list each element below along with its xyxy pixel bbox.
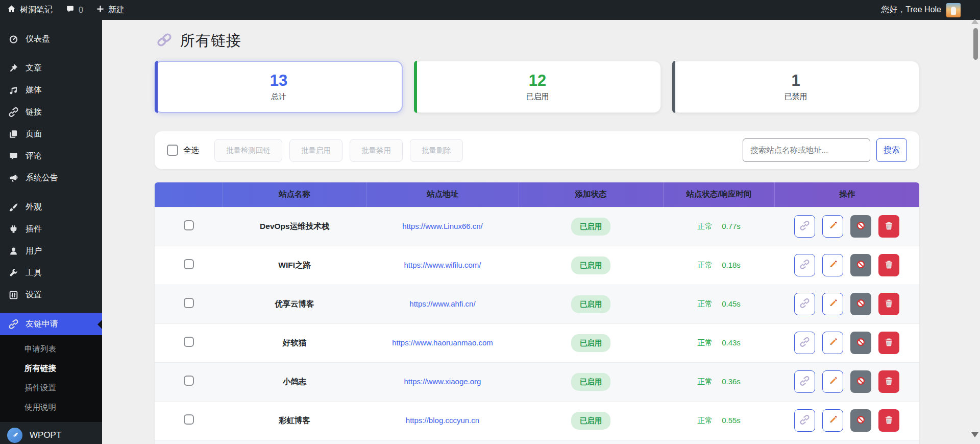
row-delete-button[interactable]: [878, 215, 899, 238]
stat-value: 1: [791, 72, 800, 89]
bulk-button-批量启用[interactable]: 批量启用: [289, 139, 342, 162]
bulk-button-批量检测回链[interactable]: 批量检测回链: [214, 139, 282, 162]
sidebar-item-label: 设置: [26, 290, 42, 300]
sidebar-item-系统公告[interactable]: 系统公告: [0, 167, 102, 189]
stat-card-已启用[interactable]: 12 已启用: [414, 61, 661, 113]
row-link-button[interactable]: [794, 332, 815, 354]
sidebar-item-设置[interactable]: 设置: [0, 284, 102, 306]
row-edit-button[interactable]: [822, 293, 843, 315]
site-url-link[interactable]: https://blog.cccyun.cn: [406, 416, 479, 425]
row-disable-button[interactable]: [850, 409, 871, 432]
scroll-thumb[interactable]: [973, 28, 978, 60]
admin-bar-comments[interactable]: 0: [66, 5, 83, 15]
row-delete-button[interactable]: [878, 409, 899, 432]
select-all-checkbox[interactable]: [167, 145, 178, 156]
avatar: [946, 3, 961, 17]
row-checkbox[interactable]: [184, 376, 194, 386]
stat-label: 总计: [271, 92, 286, 102]
bulk-button-批量删除[interactable]: 批量删除: [410, 139, 463, 162]
link-icon: [800, 337, 810, 348]
ban-icon: [856, 298, 866, 310]
row-disable-button[interactable]: [850, 332, 871, 354]
row-select-cell: [155, 362, 223, 401]
search-button[interactable]: 搜索: [876, 138, 907, 162]
links-table: 站点名称站点地址添加状态站点状态/响应时间操作 DevOps运维技术栈 http…: [155, 182, 919, 444]
submenu-item-申请列表[interactable]: 申请列表: [0, 339, 102, 359]
row-delete-button[interactable]: [878, 254, 899, 276]
sidebar-item-链接[interactable]: 链接: [0, 101, 102, 123]
row-link-button[interactable]: [794, 409, 815, 432]
submenu-item-使用说明[interactable]: 使用说明: [0, 398, 102, 417]
plus-icon: [96, 5, 104, 15]
row-delete-button[interactable]: [878, 293, 899, 315]
sidebar-item-媒体[interactable]: 媒体: [0, 79, 102, 101]
table-body: DevOps运维技术栈 https://www.Linux66.cn/ 已启用 …: [155, 207, 919, 440]
edit-pencil-icon: [828, 337, 838, 348]
select-all-label: 全选: [183, 145, 199, 156]
admin-bar-site[interactable]: 树洞笔记: [7, 5, 53, 15]
row-edit-button[interactable]: [822, 332, 843, 354]
admin-bar-new[interactable]: 新建: [96, 5, 125, 15]
sidebar-item-仪表盘[interactable]: 仪表盘: [0, 28, 102, 50]
site-url-link[interactable]: https://www.wifilu.com/: [404, 261, 481, 269]
site-name: DevOps运维技术栈: [260, 222, 329, 230]
row-link-button[interactable]: [794, 370, 815, 393]
row-link-button[interactable]: [794, 293, 815, 315]
row-checkbox[interactable]: [184, 259, 194, 269]
sidebar-item-评论[interactable]: 评论: [0, 145, 102, 167]
search-input[interactable]: [743, 138, 870, 162]
row-delete-button[interactable]: [878, 332, 899, 354]
row-disable-button[interactable]: [850, 293, 871, 315]
trash-icon: [884, 415, 894, 426]
site-health: 正常: [697, 377, 713, 386]
sidebar-item-wpopt[interactable]: WPOPT: [0, 423, 102, 444]
link-icon: [800, 260, 810, 271]
scroll-down-arrow[interactable]: [971, 432, 978, 441]
sliders-icon: [8, 290, 18, 300]
admin-bar-account[interactable]: 您好，Tree Hole: [881, 3, 973, 17]
row-disable-button[interactable]: [850, 254, 871, 276]
row-edit-button[interactable]: [822, 215, 843, 238]
row-disable-button[interactable]: [850, 370, 871, 393]
response-time: 0.43s: [722, 338, 741, 347]
greeting: 您好，Tree Hole: [881, 5, 941, 15]
row-link-button[interactable]: [794, 254, 815, 276]
row-checkbox[interactable]: [184, 298, 194, 308]
row-checkbox[interactable]: [184, 414, 194, 425]
ban-icon: [856, 376, 866, 387]
row-actions: [775, 215, 919, 238]
site-name: 树洞笔记: [20, 5, 53, 15]
sidebar-item-页面[interactable]: 页面: [0, 123, 102, 145]
bulk-button-批量禁用[interactable]: 批量禁用: [350, 139, 403, 162]
row-checkbox[interactable]: [184, 220, 194, 230]
row-checkbox[interactable]: [184, 337, 194, 347]
submenu-item-插件设置[interactable]: 插件设置: [0, 378, 102, 398]
sidebar-item-友链申请[interactable]: 友链申请: [0, 313, 102, 335]
row-actions: [775, 370, 919, 393]
row-edit-button[interactable]: [822, 254, 843, 276]
row-actions: [775, 332, 919, 354]
row-edit-button[interactable]: [822, 370, 843, 393]
site-url-link[interactable]: https://www.Linux66.cn/: [402, 222, 483, 230]
sidebar-item-插件[interactable]: 插件: [0, 218, 102, 240]
sidebar-item-label: 链接: [26, 107, 42, 118]
row-delete-button[interactable]: [878, 370, 899, 393]
user-icon: [8, 246, 18, 256]
site-url-link[interactable]: https://www.xiaoge.org: [404, 377, 481, 386]
scroll-up-arrow[interactable]: [971, 15, 978, 24]
submenu-item-所有链接[interactable]: 所有链接: [0, 359, 102, 378]
sidebar-item-外观[interactable]: 外观: [0, 196, 102, 218]
status-badge: 已启用: [571, 334, 611, 352]
column-header-添加状态: 添加状态: [519, 182, 663, 207]
row-disable-button[interactable]: [850, 215, 871, 238]
page-scrollbar: [971, 0, 980, 444]
stat-card-已禁用[interactable]: 1 已禁用: [672, 61, 919, 113]
site-url-link[interactable]: https://www.haoruanmao.com: [392, 338, 493, 347]
row-link-button[interactable]: [794, 215, 815, 238]
row-edit-button[interactable]: [822, 409, 843, 432]
sidebar-item-文章[interactable]: 文章: [0, 57, 102, 79]
stat-card-总计[interactable]: 13 总计: [155, 61, 403, 113]
site-url-link[interactable]: https://www.ahfi.cn/: [409, 299, 475, 308]
sidebar-item-工具[interactable]: 工具: [0, 262, 102, 284]
sidebar-item-用户[interactable]: 用户: [0, 240, 102, 262]
